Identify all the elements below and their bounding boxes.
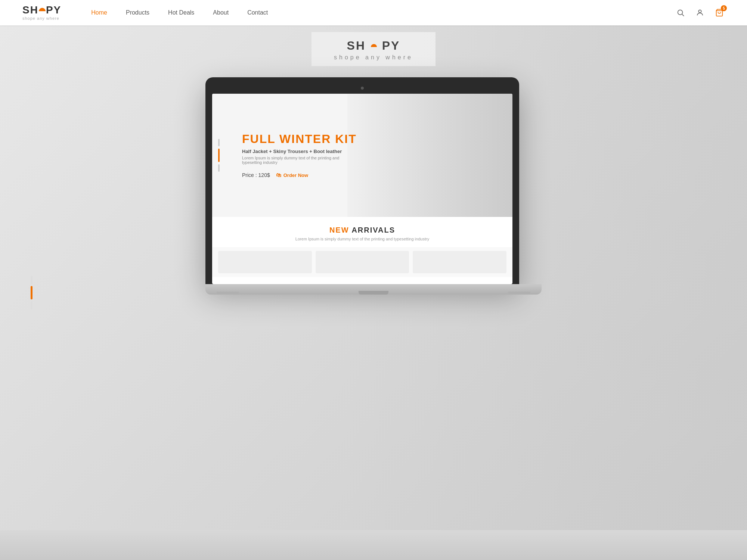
svg-point-2 [698,10,701,13]
logo-hat-icon [39,8,46,11]
slide-indicator-1[interactable] [31,276,32,284]
nav-links: Home Products Hot Deals About Contact [91,9,675,16]
nav-item-contact[interactable]: Contact [247,9,268,16]
nav-link-contact[interactable]: Contact [247,9,268,16]
product-cards-row [212,247,512,277]
product-card-3[interactable] [413,251,506,273]
laptop-foot-right [508,292,530,295]
hero-logo-brand: SH PY [347,39,400,53]
hero-price-row: Price : 120$ 🛍 Order Now [242,172,357,178]
screen-hero-bg [347,94,512,217]
order-now-label: Order Now [283,172,308,178]
laptop-top-bar [212,84,512,92]
screen-hero: FULL WINTER KIT Half Jacket + Skiny Trou… [212,94,512,217]
laptop-foot-left [217,292,239,295]
hero-title: FULL WINTER KIT [242,133,357,146]
laptop-container: FULL WINTER KIT Half Jacket + Skiny Trou… [205,77,542,295]
logo-tagline: shope any where [22,16,59,21]
cart-icon[interactable]: 5 [714,7,725,18]
hero-hat-icon [371,44,377,47]
hero-subtitle: Half Jacket + Skiny Trousers + Boot leat… [242,149,357,154]
nav-link-products[interactable]: Products [126,9,149,16]
search-icon[interactable] [675,7,686,18]
arrivals-title: NEW ARRIVALS [220,226,505,234]
hero-content: FULL WINTER KIT Half Jacket + Skiny Trou… [212,133,357,178]
nav-item-products[interactable]: Products [126,9,149,16]
page-body: SH PY shope any where [0,25,747,560]
slide-indicator-2[interactable] [31,286,32,299]
nav-item-about[interactable]: About [213,9,229,16]
nav-icons: 5 [675,7,725,18]
product-card-1[interactable] [218,251,312,273]
laptop-camera [361,87,364,90]
hero-logo-tagline: shope any where [334,54,413,61]
slide-indicator-3[interactable] [31,301,32,309]
laptop-base [205,284,542,295]
arrivals-title-rest: ARRIVALS [351,226,395,234]
screen-arrivals: NEW ARRIVALS Lorem Ipsum is simply dummy… [212,217,512,247]
nav-item-hotdeals[interactable]: Hot Deals [168,9,194,16]
side-slider [31,276,32,309]
laptop-hinge [359,291,388,295]
arrivals-title-new: NEW [329,226,349,234]
svg-line-1 [682,14,684,16]
product-card-2[interactable] [316,251,409,273]
nav-item-home[interactable]: Home [91,9,107,16]
laptop-outer: FULL WINTER KIT Half Jacket + Skiny Trou… [205,77,519,284]
order-cart-icon: 🛍 [276,172,281,178]
nav-link-home[interactable]: Home [91,9,107,16]
svg-point-0 [678,10,683,15]
navbar: SHPY shope any where Home Products Hot D… [0,0,747,25]
cart-badge: 5 [721,5,727,11]
user-icon[interactable] [695,7,705,18]
logo-text: SHPY [22,5,61,15]
nav-link-hotdeals[interactable]: Hot Deals [168,9,194,16]
arrivals-subtitle: Lorem Ipsum is simply dummy text of the … [220,237,505,241]
logo[interactable]: SHPY shope any where [22,5,61,21]
desk [0,530,747,560]
laptop-screen: FULL WINTER KIT Half Jacket + Skiny Trou… [212,94,512,284]
order-now-button[interactable]: 🛍 Order Now [276,172,308,178]
hero-description: Lorem Ipsum is simply dummy text of the … [242,156,354,165]
hero-price: Price : 120$ [242,172,270,178]
nav-link-about[interactable]: About [213,9,229,16]
hero-logo-block: SH PY shope any where [311,32,436,66]
